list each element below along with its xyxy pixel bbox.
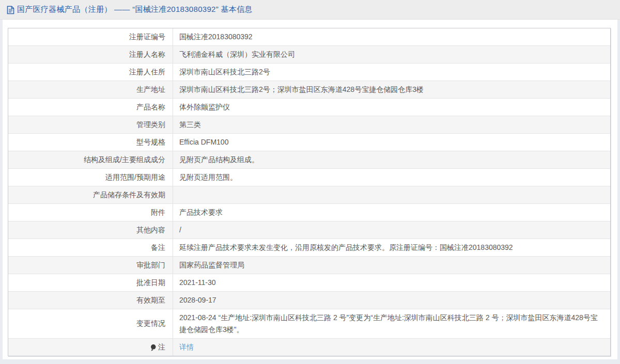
row-value-text: 2021-08-24 “生产地址:深圳市南山区科技北三路 2 号”变更为“生产地… [179, 312, 600, 336]
row-label: 附件 [8, 204, 173, 221]
detail-link[interactable]: 详情 [179, 341, 194, 353]
row-label-text: 生产地址 [136, 85, 165, 94]
table-row: 变更情况2021-08-24 “生产地址:深圳市南山区科技北三路 2 号”变更为… [8, 309, 610, 339]
row-value: 国家药品监督管理局 [173, 257, 610, 274]
row-value-text: 飞利浦金科威（深圳）实业有限公司 [179, 49, 295, 60]
row-value: 详情 [173, 339, 610, 356]
row-value-text: 深圳市南山区科技北三路2号；深圳市盐田区东海道428号宝捷仓储园仓库3楼 [179, 84, 424, 96]
row-value: 深圳市南山区科技北三路2号 [173, 64, 610, 81]
row-value-text: 第三类 [179, 119, 201, 131]
table-row: 其他内容/ [8, 221, 610, 239]
row-value-text: 国械注准20183080392 [179, 31, 253, 43]
table-row: 批准日期2021-11-30 [8, 274, 610, 292]
row-value: Efficia DFM100 [173, 134, 610, 151]
row-label: 型号规格 [8, 134, 173, 151]
header-bar: 国产医疗器械产品（注册） —— “国械注准20183080392” 基本信息 [0, 0, 620, 20]
table-row: 审批部门国家药品监督管理局 [8, 257, 610, 274]
row-label-text: 结构及组成/主要组成成分 [84, 155, 165, 165]
row-value-text: 产品技术要求 [179, 207, 223, 218]
row-label: 审批部门 [8, 257, 173, 274]
row-value-text: 2021-11-30 [179, 277, 216, 289]
row-label: 生产地址 [8, 81, 173, 98]
table-row: 产品储存条件及有效期 [8, 186, 610, 204]
table-row: 管理类别第三类 [8, 116, 610, 134]
row-value-text: 延续注册产品技术要求未发生变化，沿用原核发的产品技术要求。原注册证编号：国械注准… [179, 242, 513, 254]
page-title: 国产医疗器械产品（注册） —— “国械注准20183080392” 基本信息 [17, 5, 253, 14]
row-value-text: 体外除颤监护仪 [179, 101, 230, 113]
document-icon [7, 6, 14, 14]
row-label: 注册人住所 [8, 64, 173, 81]
row-label-text: 有效期至 [136, 296, 165, 305]
table-row: 有效期至2028-09-17 [8, 292, 610, 309]
row-value-text: / [179, 224, 181, 236]
table-row: 注册人住所深圳市南山区科技北三路2号 [8, 64, 610, 81]
row-label-text: 适用范围/预期用途 [105, 173, 165, 182]
row-label-text: 产品储存条件及有效期 [93, 191, 165, 200]
row-label-text: 变更情况 [136, 319, 165, 328]
row-label: 变更情况 [8, 309, 173, 338]
row-label-text: 附件 [151, 208, 165, 217]
table-row: 生产地址深圳市南山区科技北三路2号；深圳市盐田区东海道428号宝捷仓储园仓库3楼 [8, 81, 610, 99]
row-label-text: 注册人住所 [129, 68, 165, 77]
table-row: 备注延续注册产品技术要求未发生变化，沿用原核发的产品技术要求。原注册证编号：国械… [8, 239, 610, 257]
row-label: 有效期至 [8, 292, 173, 309]
row-value: 2028-09-17 [173, 292, 610, 309]
row-label: 适用范围/预期用途 [8, 169, 173, 186]
table-row: 注册人名称飞利浦金科威（深圳）实业有限公司 [8, 46, 610, 64]
bulb-icon [150, 344, 157, 352]
row-label: 管理类别 [8, 116, 173, 133]
row-value: 体外除颤监护仪 [173, 99, 610, 116]
row-label: 产品名称 [8, 99, 173, 116]
row-label: 批准日期 [8, 274, 173, 291]
row-label-text: 管理类别 [136, 120, 165, 130]
row-value-text: 见附页适用范围。 [179, 171, 237, 183]
row-label: 备注 [8, 239, 173, 256]
row-label-text: 备注 [151, 243, 165, 252]
row-label: 注 [8, 339, 173, 356]
row-label-text: 审批部门 [136, 261, 165, 270]
row-label-text: 批准日期 [136, 278, 165, 288]
row-label-text: 注册证编号 [129, 33, 165, 42]
row-value: 见附页适用范围。 [173, 169, 610, 186]
table-row: 适用范围/预期用途见附页适用范围。 [8, 169, 610, 186]
table-row: 附件产品技术要求 [8, 204, 610, 221]
row-value-text: 国家药品监督管理局 [179, 259, 244, 271]
table-row: 型号规格Efficia DFM100 [8, 134, 610, 151]
row-label: 注册人名称 [8, 46, 173, 63]
row-value-text: 见附页产品结构及组成。 [179, 154, 259, 166]
row-value: 2021-08-24 “生产地址:深圳市南山区科技北三路 2 号”变更为“生产地… [173, 309, 610, 338]
row-value: 延续注册产品技术要求未发生变化，沿用原核发的产品技术要求。原注册证编号：国械注准… [173, 239, 610, 256]
row-value [173, 186, 610, 203]
content-panel: 注册证编号国械注准20183080392注册人名称飞利浦金科威（深圳）实业有限公… [3, 20, 617, 359]
row-value: 产品技术要求 [173, 204, 610, 221]
info-table: 注册证编号国械注准20183080392注册人名称飞利浦金科威（深圳）实业有限公… [8, 28, 611, 356]
row-value: 2021-11-30 [173, 274, 610, 291]
table-row: 注册证编号国械注准20183080392 [8, 28, 610, 46]
row-label-text: 其他内容 [136, 226, 165, 235]
row-value: / [173, 221, 610, 239]
row-label: 其他内容 [8, 221, 173, 239]
table-row: 注详情 [8, 339, 610, 356]
row-value: 见附页产品结构及组成。 [173, 151, 610, 168]
row-value: 国械注准20183080392 [173, 28, 610, 45]
row-label-text: 注册人名称 [129, 50, 165, 59]
row-label: 注册证编号 [8, 28, 173, 45]
row-value: 第三类 [173, 116, 610, 133]
table-row: 结构及组成/主要组成成分见附页产品结构及组成。 [8, 151, 610, 169]
row-label-text: 注 [158, 343, 165, 352]
table-row: 产品名称体外除颤监护仪 [8, 99, 610, 116]
row-label-text: 产品名称 [136, 103, 165, 112]
row-value-text: Efficia DFM100 [179, 136, 228, 148]
row-value: 深圳市南山区科技北三路2号；深圳市盐田区东海道428号宝捷仓储园仓库3楼 [173, 81, 610, 98]
row-label: 结构及组成/主要组成成分 [8, 151, 173, 168]
row-value-text: 深圳市南山区科技北三路2号 [179, 66, 270, 78]
row-label: 产品储存条件及有效期 [8, 186, 173, 203]
row-value-text: 2028-09-17 [179, 294, 216, 306]
row-value: 飞利浦金科威（深圳）实业有限公司 [173, 46, 610, 63]
row-label-text: 型号规格 [136, 138, 165, 147]
